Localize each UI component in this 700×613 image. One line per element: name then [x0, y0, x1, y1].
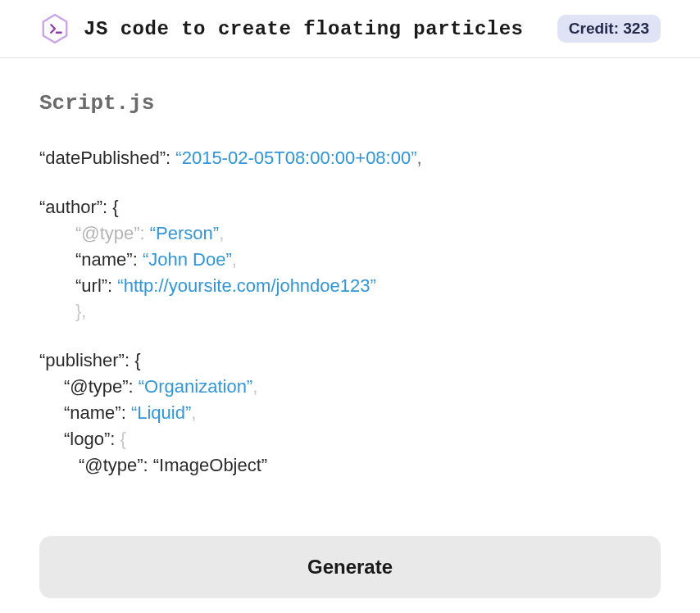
code-line: “datePublished”: “2015-02-05T08:00:00+08… [39, 145, 661, 171]
code-line: “name”: “John Doe”, [39, 247, 661, 273]
code-line: “url”: “http://yoursite.com/johndoe123” [39, 273, 661, 299]
code-line: “name”: “Liquid”, [39, 400, 661, 426]
code-line: “@type”: “Organization”, [39, 374, 661, 400]
content-area: Script.js “datePublished”: “2015-02-05T0… [0, 58, 700, 498]
credit-badge: Credit: 323 [557, 15, 661, 43]
app-logo-icon [39, 13, 70, 44]
code-line: “publisher”: { [39, 347, 661, 374]
filename-label: Script.js [39, 91, 661, 116]
generate-button[interactable]: Generate [39, 536, 661, 598]
code-line: “@type”: “ImageObject” [39, 452, 661, 479]
page-title: JS code to create floating particles [84, 18, 523, 40]
header: JS code to create floating particles Cre… [0, 0, 700, 58]
code-line: “author”: { [39, 194, 661, 220]
code-line: “@type”: “Person”, [39, 220, 661, 247]
code-line: }, [39, 298, 661, 325]
code-block: “datePublished”: “2015-02-05T08:00:00+08… [39, 145, 661, 479]
code-line: “logo”: { [39, 426, 661, 452]
